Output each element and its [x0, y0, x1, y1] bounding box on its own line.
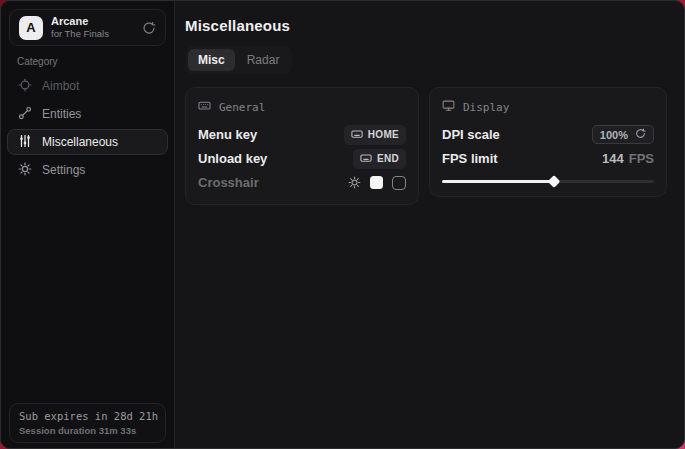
keybind-value: END — [377, 153, 399, 164]
fps-value: 144 — [602, 151, 624, 166]
fps-limit-row: FPS limit 144 FPS — [442, 147, 654, 170]
panels-row: General Menu key HOME Unload key — [185, 87, 670, 205]
fps-slider-thumb[interactable] — [548, 175, 561, 188]
app-window: A Arcane for The Finals Category — [0, 0, 685, 449]
menu-key-label: Menu key — [198, 127, 257, 142]
session-duration-text: Session duration 31m 33s — [19, 425, 156, 436]
keybind-value: HOME — [368, 129, 399, 140]
sidebar-item-miscellaneous[interactable]: Miscellaneous — [7, 129, 168, 155]
logo-letter: A — [26, 20, 35, 35]
refresh-icon[interactable] — [142, 21, 156, 35]
tab-bar: Misc Radar — [185, 46, 292, 74]
menu-key-row: Menu key HOME — [198, 123, 406, 146]
dpi-value: 100% — [600, 129, 628, 141]
category-label: Category — [17, 56, 174, 67]
sidebar-item-settings[interactable]: Settings — [7, 157, 168, 183]
keyboard-icon — [198, 99, 211, 115]
sidebar-item-label: Aimbot — [42, 79, 79, 93]
sidebar-item-entities[interactable]: Entities — [7, 101, 168, 127]
fps-limit-label: FPS limit — [442, 151, 498, 166]
app-subtitle: for The Finals — [51, 29, 109, 40]
crosshair-row: Crosshair — [198, 171, 406, 194]
main-content: Miscellaneous Misc Radar General — [175, 1, 684, 448]
fps-slider-fill — [442, 180, 554, 183]
sliders-icon — [18, 134, 32, 151]
dpi-scale-row: DPI scale 100% — [442, 123, 654, 146]
panel-title: Display — [463, 101, 509, 114]
crosshair-settings-gear-icon[interactable] — [348, 176, 361, 189]
tab-radar[interactable]: Radar — [237, 49, 290, 71]
fps-slider[interactable] — [442, 177, 654, 186]
sidebar-item-label: Miscellaneous — [42, 135, 118, 149]
sidebar-nav: Aimbot Entities — [1, 73, 174, 183]
dpi-scale-label: DPI scale — [442, 127, 500, 142]
general-panel: General Menu key HOME Unload key — [185, 87, 419, 205]
tab-misc[interactable]: Misc — [188, 49, 235, 71]
entities-icon — [18, 106, 32, 123]
app-logo: A — [19, 16, 43, 40]
monitor-icon — [442, 99, 455, 115]
sidebar-item-aimbot[interactable]: Aimbot — [7, 73, 168, 99]
fps-unit: FPS — [629, 151, 654, 166]
unload-key-label: Unload key — [198, 151, 267, 166]
brand-card: A Arcane for The Finals — [9, 9, 166, 46]
keyboard-icon — [351, 128, 363, 142]
sub-expires-text: Sub expires in 28d 21h — [19, 410, 156, 422]
keyboard-icon — [360, 152, 372, 166]
crosshair-icon — [18, 78, 32, 95]
crosshair-label: Crosshair — [198, 175, 259, 190]
sidebar-item-label: Settings — [42, 163, 85, 177]
crosshair-color-swatch[interactable] — [370, 176, 383, 189]
panel-title: General — [219, 101, 265, 114]
unload-keybind-button[interactable]: END — [353, 149, 406, 169]
crosshair-checkbox[interactable] — [392, 176, 406, 190]
menu-keybind-button[interactable]: HOME — [344, 125, 406, 145]
app-title: Arcane — [51, 15, 109, 28]
rotate-icon — [635, 128, 646, 141]
unload-key-row: Unload key END — [198, 147, 406, 170]
sidebar: A Arcane for The Finals Category — [1, 1, 175, 448]
gear-icon — [18, 162, 32, 179]
page-title: Miscellaneous — [185, 17, 670, 34]
sidebar-item-label: Entities — [42, 107, 81, 121]
dpi-scale-selector[interactable]: 100% — [592, 125, 654, 144]
display-panel: Display DPI scale 100% — [429, 87, 667, 197]
subscription-info: Sub expires in 28d 21h Session duration … — [9, 403, 166, 443]
